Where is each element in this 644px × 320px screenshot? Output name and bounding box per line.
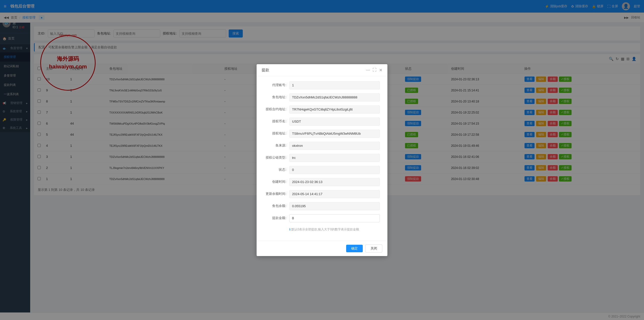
hint-text: 默认0表示全部提款,输入大于0的数字表示提款金额 xyxy=(291,228,359,231)
form-value-coin-name: USDT xyxy=(289,118,380,126)
form-label-auth-addr: 授权地址: xyxy=(264,130,289,136)
form-row-update-time: 更新余额时间: 2024-05-14 14:41:17 xyxy=(264,190,380,198)
modal-confirm-button[interactable]: 确定 xyxy=(346,245,363,252)
form-label-balance: 鱼包余额: xyxy=(264,202,289,208)
form-row-proxy: 代理账号: 1 xyxy=(264,81,380,89)
form-label-chain-type: 授权公链类型: xyxy=(264,154,289,160)
form-label-hint-spacer xyxy=(264,226,289,228)
info-icon: ℹ xyxy=(289,228,291,231)
form-label-create-time: 创建时间: xyxy=(264,178,289,184)
form-label-withdraw-amount: 提款金额: xyxy=(264,214,289,220)
withdraw-hint: ℹ 默认0表示全部提款,输入大于0的数字表示提款金额 xyxy=(289,227,359,232)
form-label-status: 状态: xyxy=(264,166,289,172)
modal-body: 代理账号: 1 鱼包地址: TDZvXxn5dhMc2dS1qfaUECWzhJ… xyxy=(257,76,387,241)
form-label-update-time: 更新余额时间: xyxy=(264,190,289,196)
form-value-contract-addr: TR7NHqjeKQxGTCi8q8ZY4pL8otSzgiLj6t xyxy=(289,105,380,114)
form-value-source: okxtron xyxy=(289,142,380,150)
modal-header: 提款 — ⛶ ✕ xyxy=(257,64,387,76)
modal-header-actions: — ⛶ ✕ xyxy=(366,68,382,73)
modal-title: 提款 xyxy=(262,68,269,73)
form-label-proxy: 代理账号: xyxy=(264,81,289,87)
form-label-contract-addr: 授权合约地址: xyxy=(264,105,289,112)
form-row-fish-addr: 鱼包地址: TDZvXxn5dhMc2dS1qfaUECWzhJ88888888 xyxy=(264,93,380,101)
form-value-auth-addr: TS8muVF6PLjTvABbQiAbtU5mgW3wNNM8Ub xyxy=(289,130,380,138)
form-row-withdraw-amount: 提款金额: xyxy=(264,214,380,222)
form-value-update-time: 2024-05-14 14:41:17 xyxy=(289,190,380,198)
form-value-create-time: 2024-01-23 02:36:13 xyxy=(289,178,380,186)
modal-close-button[interactable]: 关闭 xyxy=(365,244,382,253)
form-label-coin-name: 授权币名: xyxy=(264,118,289,124)
modal-close-icon[interactable]: ✕ xyxy=(379,68,382,73)
form-row-contract-addr: 授权合约地址: TR7NHqjeKQxGTCi8q8ZY4pL8otSzgiLj… xyxy=(264,105,380,114)
form-row-hint: ℹ 默认0表示全部提款,输入大于0的数字表示提款金额 xyxy=(264,226,380,232)
modal-overlay[interactable]: 提款 — ⛶ ✕ 代理账号: 1 鱼包地址: TDZvXxn5dhMc2dS1q… xyxy=(0,0,644,320)
form-row-chain-type: 授权公链类型: trc xyxy=(264,154,380,162)
withdraw-amount-input[interactable] xyxy=(289,214,380,222)
form-row-auth-addr: 授权地址: TS8muVF6PLjTvABbQiAbtU5mgW3wNNM8Ub xyxy=(264,130,380,138)
form-row-create-time: 创建时间: 2024-01-23 02:36:13 xyxy=(264,178,380,186)
form-label-source: 鱼来源: xyxy=(264,142,289,148)
form-label-fish-addr: 鱼包地址: xyxy=(264,93,289,99)
modal-footer: 确定 关闭 xyxy=(257,241,387,256)
form-row-status: 状态: 0 xyxy=(264,166,380,174)
form-value-chain-type: trc xyxy=(289,154,380,162)
form-row-source: 鱼来源: okxtron xyxy=(264,142,380,150)
form-value-status: 0 xyxy=(289,166,380,174)
form-row-balance: 鱼包余额: 0.055195 xyxy=(264,202,380,210)
form-row-coin-name: 授权币名: USDT xyxy=(264,118,380,126)
form-value-fish-addr: TDZvXxn5dhMc2dS1qfaUECWzhJ88888888 xyxy=(289,93,380,101)
form-value-balance: 0.055195 xyxy=(289,202,380,210)
form-value-proxy: 1 xyxy=(289,81,380,89)
withdraw-modal: 提款 — ⛶ ✕ 代理账号: 1 鱼包地址: TDZvXxn5dhMc2dS1q… xyxy=(257,64,387,256)
modal-minimize-icon[interactable]: — xyxy=(366,68,370,72)
modal-maximize-icon[interactable]: ⛶ xyxy=(373,68,377,72)
